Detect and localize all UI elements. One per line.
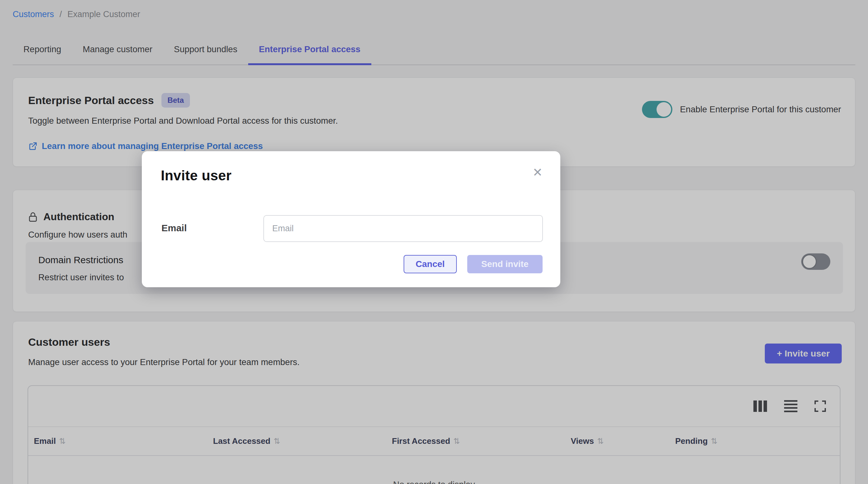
email-label: Email: [161, 223, 187, 233]
page: Customers / Example Customer Reporting M…: [0, 0, 868, 484]
send-invite-button[interactable]: Send invite: [467, 255, 542, 273]
close-icon[interactable]: ✕: [532, 166, 542, 179]
invite-user-modal: Invite user ✕ Email Cancel Send invite: [142, 151, 560, 287]
modal-title: Invite user: [161, 168, 231, 184]
modal-actions: Cancel Send invite: [404, 255, 542, 273]
email-field[interactable]: [264, 215, 543, 242]
cancel-button[interactable]: Cancel: [404, 255, 457, 273]
